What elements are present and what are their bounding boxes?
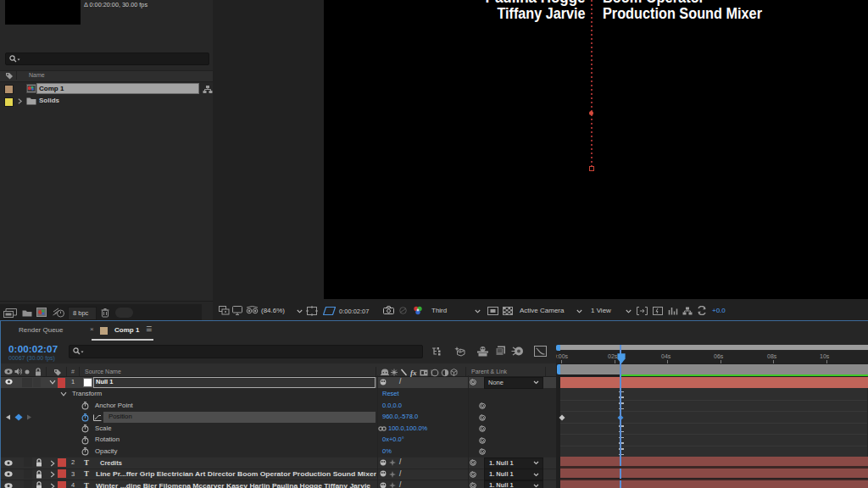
svg-text:fx: fx <box>410 369 417 377</box>
